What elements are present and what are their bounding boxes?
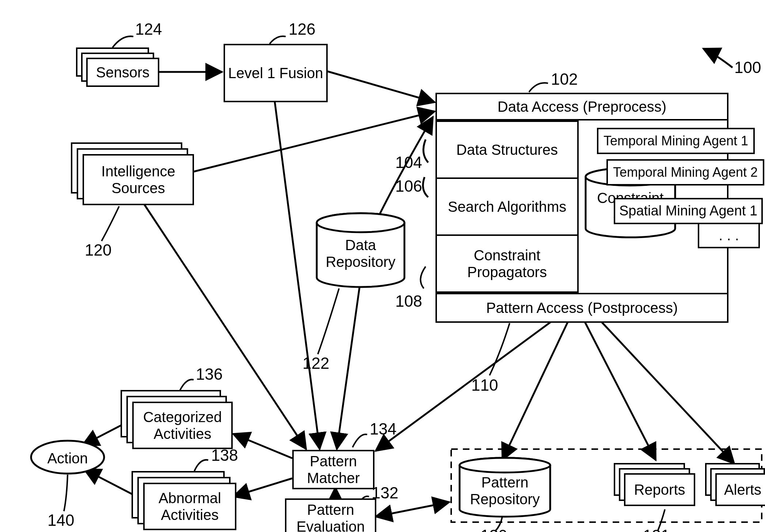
svg-line-13	[233, 478, 292, 497]
mining-agent-more: . . .	[698, 222, 760, 248]
mining-agent-s1-label: Spatial Mining Agent 1	[619, 203, 757, 219]
ref-100: 100	[734, 58, 761, 77]
pattern-matcher-box: Pattern Matcher	[292, 450, 374, 489]
svg-line-1	[327, 71, 435, 102]
ref-120: 120	[85, 241, 111, 259]
ref-136: 136	[196, 365, 222, 383]
pattern-matcher-label: Pattern Matcher	[297, 453, 370, 486]
abnormal-activities-stack: Abnormal Activities	[132, 471, 237, 531]
ref-130: 130	[480, 527, 507, 532]
level1-fusion-label: Level 1 Fusion	[228, 65, 323, 81]
sensors-label: Sensors	[96, 64, 150, 81]
ref-134: 134	[370, 420, 396, 438]
alerts-label: Alerts	[724, 481, 761, 498]
pattern-access-label: Pattern Access (Postprocess)	[486, 299, 678, 316]
constraint-propagators-label: Constraint Propagators	[440, 247, 574, 280]
ref-140: 140	[47, 511, 74, 529]
ref-106: 106	[395, 177, 422, 195]
ref-131: 131	[643, 527, 670, 532]
pattern-access-row: Pattern Access (Postprocess)	[435, 293, 728, 323]
svg-line-2	[275, 102, 320, 449]
sensors-stack: Sensors	[76, 47, 160, 88]
search-algorithms-box: Search Algorithms	[435, 177, 579, 236]
intel-sources-label: Intelligence Sources	[84, 163, 193, 196]
action-ellipse: Action	[31, 442, 104, 475]
data-structures-box: Data Structures	[435, 120, 579, 179]
intel-sources-stack: Intelligence Sources	[71, 142, 195, 206]
ref-138: 138	[211, 446, 238, 464]
pattern-repository-label: Pattern Repository	[457, 474, 552, 508]
mining-agent-more-label: . . .	[719, 227, 739, 244]
data-access-row: Data Access (Preprocess)	[435, 93, 728, 120]
ref-104: 104	[395, 153, 422, 172]
pattern-evaluation-box: Pattern Evaluation	[285, 498, 376, 532]
svg-line-9	[376, 321, 552, 451]
pattern-evaluation-label: Pattern Evaluation	[289, 501, 372, 532]
categorized-activities-stack: Categorized Activities	[121, 390, 234, 450]
mining-agent-t2-label: Temporal Mining Agent 2	[613, 165, 758, 180]
ref-108: 108	[395, 292, 422, 310]
constraint-propagators-box: Constraint Propagators	[435, 234, 579, 293]
data-access-label: Data Access (Preprocess)	[498, 98, 666, 115]
ref-124: 124	[135, 20, 162, 38]
level1-fusion-box: Level 1 Fusion	[224, 44, 328, 102]
data-repository-label: Data Repository	[315, 237, 406, 270]
data-repository: Data Repository	[315, 212, 406, 288]
svg-line-10	[376, 502, 449, 517]
ref-110: 110	[471, 376, 498, 394]
ref-132: 132	[372, 484, 398, 502]
ref-122: 122	[302, 354, 329, 372]
alerts-stack: Alerts	[705, 463, 765, 507]
svg-line-5	[337, 285, 360, 449]
pattern-repository: Pattern Repository	[457, 456, 552, 518]
data-structures-label: Data Structures	[456, 141, 558, 158]
svg-line-12	[233, 434, 292, 458]
ref-126: 126	[289, 20, 315, 38]
mining-agent-t1: Temporal Mining Agent 1	[597, 128, 755, 154]
mining-agent-s1: Spatial Mining Agent 1	[614, 198, 763, 224]
reports-label: Reports	[634, 481, 685, 498]
ref-102: 102	[551, 70, 578, 88]
reports-stack: Reports	[614, 463, 696, 507]
abnormal-activities-label: Abnormal Activities	[145, 490, 235, 523]
search-algorithms-label: Search Algorithms	[448, 198, 567, 215]
svg-line-6	[502, 321, 568, 460]
categorized-activities-label: Categorized Activities	[134, 409, 231, 442]
mining-agent-t1-label: Temporal Mining Agent 1	[604, 133, 748, 148]
action-label: Action	[47, 450, 88, 467]
mining-agent-t2: Temporal Mining Agent 2	[606, 159, 764, 185]
svg-line-8	[601, 321, 734, 464]
svg-line-7	[585, 321, 656, 460]
